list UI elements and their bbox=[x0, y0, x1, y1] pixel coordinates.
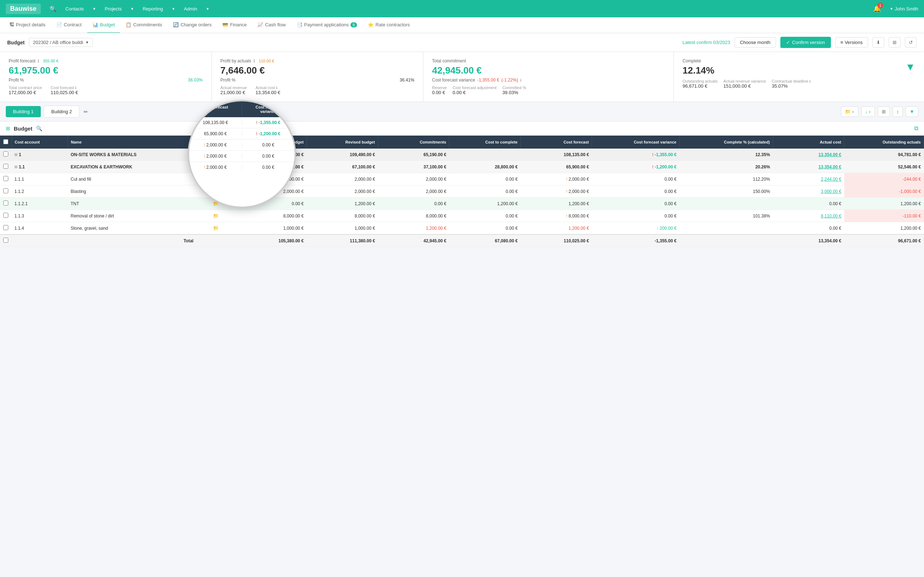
actions-cell[interactable]: 📁 bbox=[196, 173, 235, 185]
sort-button[interactable]: ↕ bbox=[893, 106, 903, 117]
nav-projects[interactable]: Projects bbox=[105, 6, 122, 11]
tab-project-details[interactable]: 🏗 Project details bbox=[4, 17, 50, 33]
actions-cell[interactable]: 📁 bbox=[196, 185, 235, 198]
info-icon-cf[interactable]: ℹ bbox=[75, 86, 76, 90]
budget-breadcrumb[interactable]: 202302 / AB office buildi ▼ bbox=[29, 38, 93, 47]
row-checkbox[interactable] bbox=[3, 176, 8, 181]
cost-forecast-total: 110,025.00 € bbox=[520, 234, 592, 247]
row-checkbox[interactable] bbox=[3, 213, 8, 218]
nav-contacts[interactable]: Contacts bbox=[65, 6, 84, 11]
building-tab-1[interactable]: Building 1 bbox=[6, 106, 41, 117]
select-all-checkbox[interactable] bbox=[3, 139, 8, 144]
versions-button[interactable]: ≡ Versions bbox=[835, 37, 868, 48]
actual-cost-cell[interactable]: 2,244.00 € bbox=[773, 173, 844, 185]
variance-cell: ! -1,355.00 € bbox=[592, 148, 680, 161]
actions-cell[interactable]: 📁 bbox=[196, 210, 235, 222]
building-edit-button[interactable]: ✏ bbox=[82, 108, 89, 116]
row-checkbox[interactable] bbox=[3, 164, 8, 169]
budget-section-title: Budget bbox=[7, 40, 24, 45]
tab-rate-contractors[interactable]: ⭐ Rate contractors bbox=[363, 17, 415, 33]
revised-cell: 67,100.00 € bbox=[307, 161, 378, 173]
variance-header: Cost forecast variance bbox=[592, 135, 680, 148]
tab-cash-flow[interactable]: 📈 Cash flow bbox=[252, 17, 291, 33]
row-add-button[interactable]: ↓+ bbox=[861, 106, 875, 117]
search-icon[interactable]: 🔍 bbox=[50, 5, 57, 12]
actual-cost-cell: 0.00 € bbox=[773, 222, 844, 235]
cost-account-header: Cost account bbox=[11, 135, 68, 148]
orig-budget-cell: 2,000.00 € bbox=[235, 185, 307, 198]
notification-bell[interactable]: 🔔 1 bbox=[873, 5, 881, 13]
tab-finance-label: Finance bbox=[230, 22, 247, 27]
nav-reporting[interactable]: Reporting bbox=[142, 6, 163, 11]
folder-icon[interactable]: 📁 bbox=[213, 226, 219, 231]
commitments-cell: 65,190.00 € bbox=[378, 148, 449, 161]
folder-icon[interactable]: 📁 bbox=[213, 189, 219, 194]
info-icon-actuals[interactable]: ℹ bbox=[254, 58, 255, 63]
grid-view-button[interactable]: ⊞ bbox=[888, 37, 901, 48]
row-checkbox[interactable] bbox=[3, 225, 8, 230]
tab-contract[interactable]: 📄 Contract bbox=[51, 17, 87, 33]
reserve-label: Reserve bbox=[432, 85, 447, 90]
payment-apps-icon: 📑 bbox=[297, 22, 302, 27]
building-tabs-row: Building 1 Building 2 ✏ 📁+ ↓+ ⊞ ↕ ▼ bbox=[0, 102, 924, 121]
orig-budget-cell: 61,100.00 € bbox=[235, 161, 307, 173]
variance-cell: ↑ 200.00 € bbox=[592, 222, 680, 235]
orig-budget-header: Original budget bbox=[235, 135, 307, 148]
select-all-header[interactable] bbox=[0, 135, 11, 148]
row-checkbox[interactable] bbox=[3, 200, 8, 206]
collapse-icon[interactable]: ⊟ bbox=[15, 153, 17, 156]
table-row: ⊟ 1.1 EXCAVATION & EARTHWORK 61,100.00 €… bbox=[0, 161, 924, 173]
tab-payment-applications[interactable]: 📑 Payment applications 8 bbox=[292, 17, 362, 33]
filter-button[interactable]: ▼ bbox=[906, 106, 918, 117]
confirm-version-button[interactable]: ✓ Confirm version bbox=[780, 37, 831, 48]
tab-change-orders[interactable]: 🔄 Change orders bbox=[168, 17, 216, 33]
cost-complete-header: Cost to complete bbox=[449, 135, 521, 148]
copy-columns-icon[interactable]: ⧉ bbox=[914, 125, 918, 132]
folder-icon[interactable]: 📁 bbox=[213, 176, 219, 182]
collapse-icon[interactable]: ⊟ bbox=[15, 165, 17, 169]
info-icon-contract[interactable]: ℹ bbox=[809, 79, 811, 83]
tab-budget[interactable]: 📊 Budget bbox=[87, 17, 120, 33]
nav-admin[interactable]: Admin bbox=[184, 6, 197, 11]
actions-cell[interactable]: 📁 bbox=[196, 222, 235, 235]
actual-cost-cell[interactable]: 3,000.00 € bbox=[773, 185, 844, 198]
orig-budget-cell: 103,490.00 € bbox=[235, 148, 307, 161]
cost-complete-cell: 0.00 € bbox=[449, 185, 521, 198]
choose-month-button[interactable]: Choose month bbox=[735, 37, 776, 48]
folder-icon[interactable]: 📁 bbox=[213, 213, 219, 219]
info-icon-profit[interactable]: ℹ bbox=[37, 58, 39, 63]
variance-cell: ! -1,200.00 € bbox=[592, 161, 680, 173]
logo[interactable]: Bauwise bbox=[6, 3, 41, 14]
revised-cell: 1,200.00 € bbox=[307, 198, 378, 210]
cost-complete-cell bbox=[449, 148, 521, 161]
actual-cost-cell[interactable]: 8,110.00 € bbox=[773, 210, 844, 222]
tab-commitments[interactable]: 📋 Commitments bbox=[121, 17, 167, 33]
grid-toggle-button[interactable]: ⊞ bbox=[878, 106, 890, 117]
profit-actuals-badge: 110.00 € bbox=[259, 59, 274, 63]
folder-add-button[interactable]: 📁+ bbox=[841, 106, 858, 117]
folder-icon[interactable]: 📁 bbox=[213, 201, 219, 206]
actions-cell[interactable]: 📁 bbox=[196, 198, 235, 210]
actual-cost-cell[interactable]: 13,354.00 € bbox=[773, 148, 844, 161]
user-menu[interactable]: ▼ John Smith bbox=[890, 6, 918, 11]
row-checkbox[interactable] bbox=[3, 238, 8, 243]
download-button[interactable]: ⬇ bbox=[872, 37, 884, 48]
variance-info-icon[interactable]: ℹ bbox=[520, 78, 522, 82]
table-search-icon[interactable]: 🔍 bbox=[36, 126, 42, 131]
outstanding-value: 96,671.00 € bbox=[683, 83, 717, 89]
building-1-label: Building 1 bbox=[13, 109, 34, 114]
complete-pct-cell: 101.38% bbox=[679, 210, 773, 222]
row-checkbox[interactable] bbox=[3, 188, 8, 193]
commitments-cell: 0.00 € bbox=[378, 198, 449, 210]
history-button[interactable]: ↺ bbox=[905, 37, 917, 48]
committed-pct-label: Committed % bbox=[502, 85, 526, 90]
kpi-total-commitment: Total commitment 42,945.00 € Cost foreca… bbox=[423, 52, 674, 102]
latest-confirm-label[interactable]: Latest confirm 03/2023 bbox=[683, 40, 730, 45]
building-tab-2[interactable]: Building 2 bbox=[44, 106, 79, 118]
actual-cost-cell[interactable]: 13,354.00 € bbox=[773, 161, 844, 173]
variance-label-kpi: Cost forecast variance bbox=[432, 77, 475, 82]
budget-table-section: ⊞ Budget 🔍 ⧉ Cost account Name Actions O… bbox=[0, 121, 924, 247]
tab-finance[interactable]: 💳 Finance bbox=[217, 17, 252, 33]
info-icon-ac[interactable]: ℹ bbox=[276, 86, 278, 90]
row-checkbox[interactable] bbox=[3, 152, 8, 156]
